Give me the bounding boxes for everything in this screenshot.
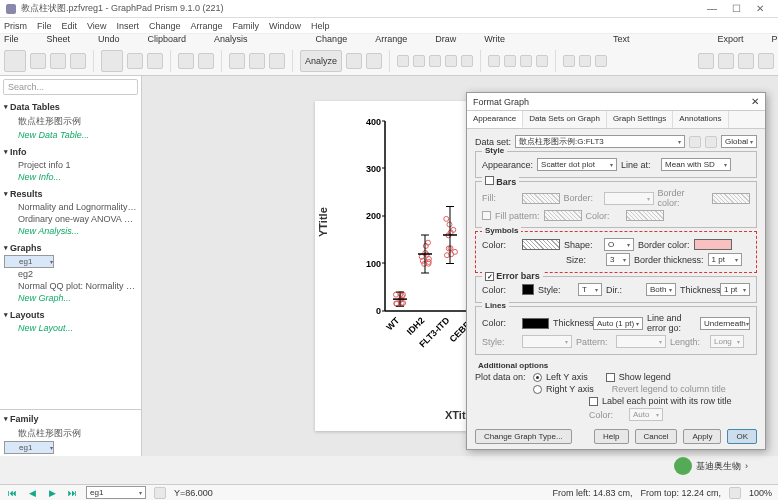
dataset-select[interactable]: 散点柱形图示例:G:FLT3 [515, 135, 685, 148]
tool-btn[interactable] [461, 55, 473, 67]
family-item[interactable]: eg1 [4, 441, 54, 454]
redo-button[interactable] [198, 53, 214, 69]
zoom-out-button[interactable] [729, 487, 741, 499]
search-input[interactable]: Search... [3, 79, 138, 95]
tab-annotations[interactable]: Annotations [673, 111, 728, 128]
cancel-button[interactable]: Cancel [635, 429, 678, 444]
y-axis-title[interactable]: YTitle [317, 207, 329, 237]
tool-btn[interactable] [127, 53, 143, 69]
line-color[interactable] [522, 318, 549, 329]
errorbar-dir[interactable]: Both [646, 283, 676, 296]
tool-btn[interactable] [30, 53, 46, 69]
nav-item[interactable]: Normal QQ plot: Normality an... [4, 280, 137, 292]
next-sheet-button[interactable]: ▶ [46, 487, 58, 499]
minimize-button[interactable]: — [700, 2, 724, 16]
first-sheet-button[interactable]: ⏮ [6, 487, 18, 499]
tool-btn[interactable] [520, 55, 532, 67]
tool-btn[interactable] [595, 55, 607, 67]
errorbar-color[interactable] [522, 284, 534, 295]
menu-arrange[interactable]: Arrange [190, 21, 222, 31]
next-dataset-button[interactable] [705, 136, 717, 148]
errorbar-style[interactable]: T [578, 283, 602, 296]
tool-btn[interactable] [249, 53, 265, 69]
tab-graph-settings[interactable]: Graph Settings [607, 111, 673, 128]
menu-help[interactable]: Help [311, 21, 330, 31]
menu-insert[interactable]: Insert [116, 21, 139, 31]
close-button[interactable]: ✕ [748, 2, 772, 16]
ok-button[interactable]: OK [727, 429, 757, 444]
bar-border-color[interactable] [712, 193, 750, 204]
symbol-size[interactable]: 3 [606, 253, 630, 266]
nav-layouts[interactable]: Layouts [4, 308, 137, 322]
menu-file[interactable]: File [37, 21, 52, 31]
tool-btn[interactable] [366, 53, 382, 69]
nav-graphs[interactable]: Graphs [4, 241, 137, 255]
tool-btn[interactable] [50, 53, 66, 69]
nav-new-data-table[interactable]: New Data Table... [4, 129, 137, 141]
tool-btn[interactable] [413, 55, 425, 67]
nav-item[interactable]: eg2 [4, 268, 137, 280]
tool-btn[interactable] [504, 55, 516, 67]
tool-btn[interactable] [579, 55, 591, 67]
menu-window[interactable]: Window [269, 21, 301, 31]
maximize-button[interactable]: ☐ [724, 2, 748, 16]
menu-prism[interactable]: Prism [4, 21, 27, 31]
file-icon[interactable] [4, 50, 26, 72]
nav-item[interactable]: 散点柱形图示例 [4, 114, 137, 129]
last-sheet-button[interactable]: ⏭ [66, 487, 78, 499]
menu-change[interactable]: Change [149, 21, 181, 31]
tool-btn[interactable] [445, 55, 457, 67]
nav-family[interactable]: Family [4, 412, 137, 426]
help-button[interactable]: Help [594, 429, 628, 444]
nav-results[interactable]: Results [4, 187, 137, 201]
print-button[interactable] [718, 53, 734, 69]
nav-item[interactable]: Ordinary one-way ANOVA of ... [4, 213, 137, 225]
nav-info[interactable]: Info [4, 145, 137, 159]
left-y-radio[interactable] [533, 373, 542, 382]
symbol-color[interactable] [522, 239, 560, 250]
line-goes[interactable]: Underneath [700, 317, 750, 330]
bars-checkbox[interactable] [485, 176, 494, 185]
sheet-select[interactable]: eg1 [86, 486, 146, 499]
undo-button[interactable] [178, 53, 194, 69]
nav-item[interactable]: Normality and Lognormality Te... [4, 201, 137, 213]
right-y-radio[interactable] [533, 385, 542, 394]
tab-datasets[interactable]: Data Sets on Graph [523, 111, 607, 128]
line-length[interactable]: Long [710, 335, 744, 348]
bar-border-select[interactable] [604, 192, 654, 205]
tool-btn[interactable] [269, 53, 285, 69]
tool-btn[interactable] [147, 53, 163, 69]
nav-data-tables[interactable]: Data Tables [4, 100, 137, 114]
dialog-close-button[interactable]: ✕ [751, 96, 759, 107]
nav-item-eg1[interactable]: eg1 [4, 255, 54, 268]
change-graph-type-button[interactable]: Change Graph Type... [475, 429, 572, 444]
send-button[interactable] [738, 53, 754, 69]
tool-btn[interactable] [563, 55, 575, 67]
appearance-select[interactable]: Scatter dot plot [537, 158, 617, 171]
sheet-icon[interactable] [101, 50, 123, 72]
tool-btn[interactable] [346, 53, 362, 69]
tool-btn[interactable] [70, 53, 86, 69]
analyze-button[interactable]: Analyze [300, 50, 342, 72]
tool-btn[interactable] [429, 55, 441, 67]
label-each-checkbox[interactable] [589, 397, 598, 406]
line-thickness[interactable]: Auto (1 pt) [593, 317, 643, 330]
tool-btn[interactable] [488, 55, 500, 67]
symbol-border-thickness[interactable]: 1 pt [708, 253, 742, 266]
nav-new-graph[interactable]: New Graph... [4, 292, 137, 304]
export-button[interactable] [698, 53, 714, 69]
menu-family[interactable]: Family [232, 21, 259, 31]
nav-new-layout[interactable]: New Layout... [4, 322, 137, 334]
symbol-shape[interactable]: O [604, 238, 634, 251]
symbol-border-color[interactable] [694, 239, 732, 250]
tool-btn[interactable] [229, 53, 245, 69]
nav-new-analysis[interactable]: New Analysis... [4, 225, 137, 237]
nav-new-info[interactable]: New Info... [4, 171, 137, 183]
show-legend-checkbox[interactable] [606, 373, 615, 382]
menu-edit[interactable]: Edit [62, 21, 78, 31]
tool-btn[interactable] [397, 55, 409, 67]
family-item[interactable]: 散点柱形图示例 [4, 426, 137, 441]
prev-dataset-button[interactable] [689, 136, 701, 148]
help-button[interactable] [758, 53, 774, 69]
errorbar-thickness[interactable]: 1 pt [720, 283, 750, 296]
